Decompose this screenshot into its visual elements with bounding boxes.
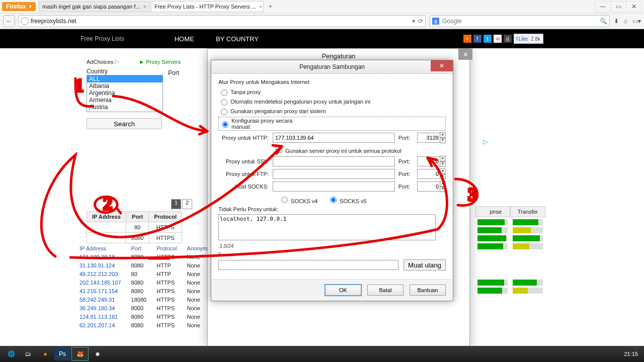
country-option[interactable]: Albania	[87, 82, 163, 89]
mail-icon[interactable]: ✉	[494, 35, 502, 43]
dropdown-icon[interactable]: ▾	[412, 18, 415, 25]
addthis-icon[interactable]: +	[463, 35, 471, 43]
http-proxy-label: Proxy untuk HTTP:	[218, 135, 269, 141]
browser-search-box[interactable]: g 🔍	[430, 15, 610, 27]
firefox-menu-button[interactable]: Firefox	[2, 2, 36, 11]
facebook-icon[interactable]: f	[473, 35, 481, 43]
country-option[interactable]: ALL	[87, 75, 163, 82]
social-icons: + f t ✉ ⎙ fLike2.8k	[463, 34, 543, 44]
minimize-button[interactable]: —	[595, 1, 611, 12]
ip-link[interactable]: 36.249.180.34	[74, 304, 126, 313]
bar-row	[475, 227, 545, 233]
country-option[interactable]: Argentina	[87, 89, 163, 97]
close-icon[interactable]: ✕	[458, 49, 472, 60]
radio-auto-detect[interactable]: Otomatis mendeteksi pengaturan proxy unt…	[218, 98, 446, 106]
globe-icon	[21, 17, 29, 25]
print-icon[interactable]: ⎙	[504, 35, 512, 43]
bookmarks-icon[interactable]: ▭▾	[632, 18, 641, 25]
adchoices-label[interactable]: AdChoices▷	[87, 58, 119, 65]
port-label: Port	[168, 69, 179, 76]
ip-link[interactable]: 202.143.185.107	[74, 278, 126, 287]
ftp-proxy-input[interactable]	[273, 169, 395, 179]
nav-home[interactable]: HOME	[175, 35, 194, 43]
twitter-icon[interactable]: t	[484, 35, 492, 43]
ip-link[interactable]: 49.212.212.203	[74, 269, 126, 278]
clock[interactable]: 21:15	[624, 351, 641, 357]
radio-no-proxy[interactable]: Tanpa proxy	[218, 88, 446, 96]
tab-label: masih inget gak gan siapa pasangan f...	[42, 4, 140, 10]
close-button[interactable]: ✕	[626, 1, 642, 12]
firefox-running-icon[interactable]: 🦊	[71, 347, 89, 361]
nav-bycountry[interactable]: BY COUNTRY	[216, 35, 259, 43]
noproxy-textarea[interactable]: localhost, 127.0.0.1	[218, 214, 436, 240]
reload-icon[interactable]: ⟳	[418, 18, 423, 25]
maximize-button[interactable]: ▭	[610, 1, 626, 12]
table-row: 8080HTTPS	[87, 233, 182, 243]
search-input[interactable]	[441, 17, 600, 25]
proxy-table-top: IP Address Port Protocol 80HTTPS8080HTTP…	[87, 211, 182, 243]
search-button[interactable]: Search	[87, 118, 162, 129]
google-icon: g	[432, 18, 439, 25]
dialog-title: Pengaturan	[321, 52, 355, 60]
table-row: 80HTTPS	[87, 222, 182, 233]
page-current[interactable]: 1	[171, 199, 181, 209]
reload-button[interactable]: Muat ulang	[404, 259, 446, 270]
socks-v5-radio[interactable]: SOCKS v5	[328, 195, 366, 204]
close-icon[interactable]: ×	[143, 4, 146, 10]
pager: 1 2	[87, 199, 192, 209]
tab-inactive[interactable]: masih inget gak gan siapa pasangan f...×	[39, 1, 150, 12]
http-proxy-input[interactable]	[273, 133, 395, 143]
http-port-input[interactable]	[417, 133, 440, 143]
ftp-port-input[interactable]	[417, 169, 440, 179]
cancel-button[interactable]: Batal	[367, 285, 404, 296]
ip-link[interactable]: 62.201.207.14	[74, 321, 126, 330]
app-icon[interactable]: ☻	[90, 347, 106, 360]
ip-link[interactable]: 41.216.171.154	[74, 287, 126, 295]
country-select[interactable]: ALLAlbaniaArgentinaArmeniaAustria	[87, 75, 163, 112]
download-icon[interactable]: ⬇	[614, 18, 619, 25]
explorer-icon[interactable]: 🗂	[20, 347, 36, 360]
spin-down-icon[interactable]: ▼	[440, 138, 446, 143]
autoconfig-input[interactable]	[218, 260, 398, 270]
ssl-proxy-input[interactable]	[273, 156, 395, 166]
th-transfer: Transfer	[510, 206, 545, 217]
same-proxy-checkbox[interactable]: Gunakan server proxy ini untuk semua pro…	[274, 148, 401, 154]
home-icon[interactable]: ⌂	[624, 18, 627, 25]
taskbar: 🌐 🗂 ● Ps 🦊 ☻ 21:15	[0, 346, 644, 362]
search-icon[interactable]: 🔍	[600, 18, 607, 25]
back-button[interactable]: ←	[3, 15, 15, 27]
photoshop-icon[interactable]: Ps	[54, 347, 70, 360]
proxy-servers-link[interactable]: ► Proxy Servers	[139, 59, 181, 65]
ip-link[interactable]: 31.130.91.124	[74, 261, 126, 269]
fb-like-button[interactable]: fLike2.8k	[514, 34, 543, 44]
firefox-icon[interactable]: ●	[37, 347, 53, 360]
page-2[interactable]: 2	[182, 199, 192, 209]
country-option[interactable]: Austria	[87, 104, 163, 111]
radio-system-proxy[interactable]: Gunakan pengaturan proxy dari sistem	[218, 107, 446, 115]
tab-active[interactable]: Free Proxy Lists - HTTP Proxy Servers ..…	[151, 1, 264, 12]
ok-button[interactable]: OK	[325, 285, 361, 296]
socks-host-input[interactable]	[273, 182, 395, 192]
url-bar[interactable]: freeproxylists.net ▾⟳	[18, 15, 426, 27]
ssl-port-input[interactable]	[417, 156, 440, 166]
adchoices-icon[interactable]: ▷	[483, 138, 488, 145]
ip-link[interactable]: 121.100.28.18	[74, 252, 126, 261]
site-header: Free Proxy Lists HOME BY COUNTRY + f t ✉…	[0, 29, 644, 48]
help-button[interactable]: Bantuan	[410, 285, 446, 296]
socks-port-input[interactable]	[417, 182, 440, 192]
bar-row	[475, 288, 545, 294]
radio-manual-proxy[interactable]: Konfigurasi proxy secara manual:	[218, 117, 446, 131]
close-icon[interactable]: ×	[259, 4, 262, 10]
socks-v4-radio[interactable]: SOCKS v4	[279, 195, 317, 204]
close-icon[interactable]: ✕	[431, 60, 453, 71]
ie-icon[interactable]: 🌐	[3, 347, 19, 360]
tab-label: Free Proxy Lists - HTTP Proxy Servers ..…	[154, 4, 256, 10]
country-option[interactable]: Armenia	[87, 97, 163, 104]
response-transfer-column: pnse Transfer	[475, 206, 545, 294]
th-ip: IP Address	[87, 212, 126, 222]
new-tab-button[interactable]: +	[265, 3, 276, 10]
ip-link[interactable]: 124.81.113.181	[74, 313, 126, 321]
spin-up-icon[interactable]: ▲	[440, 132, 446, 138]
bar-row	[475, 280, 545, 286]
ip-link[interactable]: 58.242.249.31	[74, 295, 126, 304]
